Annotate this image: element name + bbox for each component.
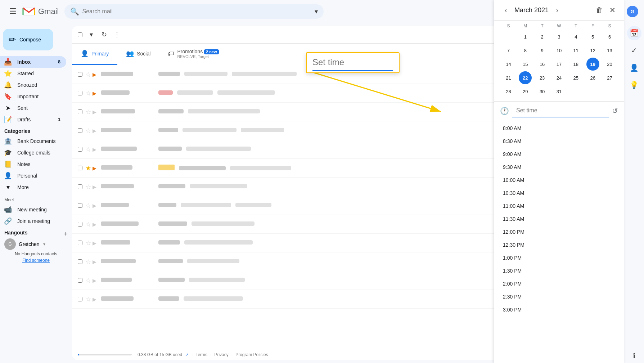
time-input[interactable] bbox=[512, 104, 609, 117]
important-icon[interactable]: ▶ bbox=[93, 109, 96, 115]
time-option-230pm[interactable]: 2:30 PM bbox=[494, 290, 624, 303]
calendar-prev-button[interactable]: ‹ bbox=[500, 4, 512, 16]
privacy-link[interactable]: Privacy bbox=[214, 352, 228, 357]
calendar-day-26[interactable]: 26 bbox=[586, 71, 599, 84]
time-option-1230pm[interactable]: 12:30 PM bbox=[494, 238, 624, 251]
calendar-day-2[interactable]: 2 bbox=[536, 30, 549, 43]
more-options-button[interactable]: ⋮ bbox=[111, 29, 123, 40]
avatar[interactable]: G bbox=[627, 6, 638, 17]
star-icon[interactable]: ☆ bbox=[85, 71, 91, 79]
sidebar-item-bank[interactable]: 🏦 Bank Documents bbox=[0, 135, 66, 147]
star-icon[interactable]: ☆ bbox=[85, 202, 91, 210]
calendar-day-12[interactable]: 12 bbox=[586, 44, 599, 57]
star-icon[interactable]: ☆ bbox=[85, 220, 91, 228]
calendar-day-18[interactable]: 18 bbox=[569, 58, 582, 71]
star-icon[interactable]: ☆ bbox=[85, 295, 91, 303]
row-checkbox[interactable] bbox=[78, 166, 82, 170]
compose-button[interactable]: ✏ Compose bbox=[3, 29, 53, 50]
keep-panel-icon[interactable]: 💡 bbox=[627, 78, 641, 92]
important-icon[interactable]: ▶ bbox=[93, 221, 96, 227]
star-icon[interactable]: ☆ bbox=[85, 239, 91, 247]
star-icon[interactable]: ☆ bbox=[85, 127, 91, 135]
important-icon[interactable]: ▶ bbox=[93, 184, 96, 190]
time-option-930am[interactable]: 9:30 AM bbox=[494, 161, 624, 174]
menu-button[interactable]: ☰ bbox=[6, 4, 20, 19]
calendar-day-15[interactable]: 15 bbox=[519, 58, 532, 71]
star-icon[interactable]: ☆ bbox=[85, 183, 91, 191]
calendar-close-button[interactable]: ✕ bbox=[607, 4, 618, 16]
calendar-day-17[interactable]: 17 bbox=[553, 58, 566, 71]
contacts-panel-icon[interactable]: 👤 bbox=[627, 60, 641, 75]
important-icon[interactable]: ▶ bbox=[93, 128, 96, 134]
important-icon[interactable]: ▶ bbox=[93, 72, 96, 77]
row-checkbox[interactable] bbox=[78, 128, 82, 133]
important-icon[interactable]: ▶ bbox=[93, 296, 96, 302]
tab-social[interactable]: 👥 Social bbox=[117, 44, 159, 65]
time-option-1000am[interactable]: 10:00 AM bbox=[494, 174, 624, 187]
sidebar-item-starred[interactable]: ⭐ Starred bbox=[0, 68, 66, 79]
important-icon[interactable]: ▶ bbox=[93, 165, 96, 171]
calendar-day-13[interactable]: 13 bbox=[603, 44, 616, 57]
calendar-day-23[interactable]: 23 bbox=[536, 71, 549, 84]
row-checkbox[interactable] bbox=[78, 259, 82, 264]
program-policies-link[interactable]: Program Policies bbox=[235, 352, 268, 357]
time-option-900am[interactable]: 9:00 AM bbox=[494, 148, 624, 161]
hangouts-add-icon[interactable]: + bbox=[64, 230, 68, 238]
time-option-800am[interactable]: 8:00 AM bbox=[494, 122, 624, 135]
row-checkbox[interactable] bbox=[78, 147, 82, 152]
calendar-next-button[interactable]: › bbox=[551, 4, 563, 16]
time-reset-icon[interactable]: ↺ bbox=[612, 107, 618, 115]
time-option-130pm[interactable]: 1:30 PM bbox=[494, 264, 624, 277]
important-icon[interactable]: ▶ bbox=[93, 278, 96, 283]
select-all-checkbox[interactable] bbox=[78, 32, 82, 37]
sidebar-item-notes[interactable]: 📒 Notes bbox=[0, 158, 66, 170]
calendar-day-14[interactable]: 14 bbox=[502, 58, 515, 71]
calendar-day-5[interactable]: 5 bbox=[586, 30, 599, 43]
calendar-day-11[interactable]: 11 bbox=[569, 44, 582, 57]
row-checkbox[interactable] bbox=[78, 184, 82, 189]
external-link-icon[interactable]: ↗ bbox=[185, 352, 189, 357]
sidebar-item-more[interactable]: ▾ More bbox=[0, 182, 66, 193]
time-option-1200pm[interactable]: 12:00 PM bbox=[494, 225, 624, 238]
select-dropdown-button[interactable]: ▾ bbox=[85, 29, 97, 40]
important-icon[interactable]: ▶ bbox=[93, 240, 96, 246]
sidebar-item-drafts[interactable]: 📝 Drafts 1 bbox=[0, 114, 66, 125]
calendar-day-30[interactable]: 30 bbox=[536, 85, 549, 98]
sidebar-item-join-meeting[interactable]: 🔗 Join a meeting bbox=[0, 215, 66, 227]
search-dropdown-icon[interactable]: ▾ bbox=[315, 8, 318, 15]
calendar-day-19[interactable]: 19 bbox=[586, 58, 599, 71]
star-icon[interactable]: ★ bbox=[85, 164, 91, 172]
calendar-day-25[interactable]: 25 bbox=[569, 71, 582, 84]
sidebar-item-college[interactable]: 🎓 College emails bbox=[0, 147, 66, 158]
set-time-popup-input[interactable] bbox=[307, 54, 399, 70]
search-input[interactable] bbox=[82, 8, 312, 15]
calendar-day-8[interactable]: 8 bbox=[519, 44, 532, 57]
row-checkbox[interactable] bbox=[78, 91, 82, 95]
row-checkbox[interactable] bbox=[78, 222, 82, 227]
row-checkbox[interactable] bbox=[78, 203, 82, 208]
calendar-day-24[interactable]: 24 bbox=[553, 71, 566, 84]
time-option-830am[interactable]: 8:30 AM bbox=[494, 135, 624, 148]
time-option-100pm[interactable]: 1:00 PM bbox=[494, 251, 624, 264]
sidebar-item-sent[interactable]: ➤ Sent bbox=[0, 102, 66, 114]
calendar-day-28[interactable]: 28 bbox=[502, 85, 515, 98]
tasks-panel-icon[interactable]: ✓ bbox=[627, 43, 641, 58]
find-someone-link[interactable]: Find someone bbox=[4, 258, 68, 263]
calendar-day-31[interactable]: 31 bbox=[553, 85, 566, 98]
calendar-day-27[interactable]: 27 bbox=[603, 71, 616, 84]
star-icon[interactable]: ☆ bbox=[85, 277, 91, 284]
sidebar-item-snoozed[interactable]: 🔔 Snoozed bbox=[0, 79, 66, 91]
sidebar-item-personal[interactable]: 👤 Personal bbox=[0, 170, 66, 182]
star-icon[interactable]: ☆ bbox=[85, 89, 91, 97]
sidebar-item-important[interactable]: 🔖 Important bbox=[0, 91, 66, 102]
tab-promotions[interactable]: 🏷 Promotions 2 new REVOLVE, Target bbox=[159, 44, 227, 65]
calendar-day-3[interactable]: 3 bbox=[553, 30, 566, 43]
sidebar-item-new-meeting[interactable]: 📹 New meeting bbox=[0, 204, 66, 215]
star-icon[interactable]: ☆ bbox=[85, 108, 91, 116]
refresh-button[interactable]: ↻ bbox=[98, 29, 110, 40]
calendar-day-16[interactable]: 16 bbox=[536, 58, 549, 71]
calendar-day-21[interactable]: 21 bbox=[502, 71, 515, 84]
calendar-day-1[interactable]: 1 bbox=[519, 30, 532, 43]
calendar-day-9[interactable]: 9 bbox=[536, 44, 549, 57]
row-checkbox[interactable] bbox=[78, 297, 82, 301]
